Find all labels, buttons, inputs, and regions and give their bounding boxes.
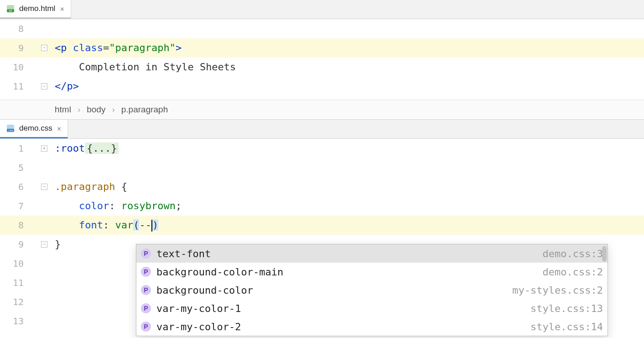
completion-label: text-font — [156, 248, 537, 259]
property-badge-icon: P — [141, 322, 151, 332]
css-tab-bar: CSS demo.css × — [0, 120, 644, 139]
code-line[interactable]: color: rosybrown; — [49, 196, 644, 216]
completion-location: demo.css:2 — [543, 266, 603, 278]
breadcrumb[interactable]: html › body › p.paragraph — [0, 100, 644, 120]
svg-text:H: H — [9, 9, 11, 12]
fold-marker-icon[interactable]: − — [41, 83, 47, 90]
completion-location: demo.css:3 — [543, 248, 603, 259]
line-number: 7 — [0, 196, 32, 216]
code-line[interactable]: Completion in Style Sheets — [49, 58, 644, 77]
html-editor[interactable]: 8 9 − <p class="paragraph"> 10 Completio… — [0, 19, 644, 100]
property-badge-icon: P — [141, 285, 151, 295]
breadcrumb-item[interactable]: html — [55, 105, 71, 115]
line-number: 8 — [0, 216, 32, 235]
completion-location: style.css:13 — [530, 303, 603, 314]
line-number: 5 — [0, 158, 32, 177]
completion-item[interactable]: P var-my-color-2 style.css:14 — [136, 317, 608, 336]
fold-expand-icon[interactable]: + — [41, 145, 47, 152]
completion-location: style.css:14 — [530, 321, 603, 333]
completion-item[interactable]: P background-color my-styles.css:2 — [136, 281, 608, 299]
fold-marker-icon[interactable]: − — [41, 241, 47, 248]
code-line[interactable]: :root{...} — [49, 139, 644, 158]
completion-label: var-my-color-2 — [156, 321, 525, 333]
html-file-icon: H — [6, 5, 15, 13]
completion-item[interactable]: P background-color-main demo.css:2 — [136, 263, 608, 281]
property-badge-icon: P — [141, 303, 151, 313]
code-line[interactable]: </p> — [49, 77, 644, 96]
property-badge-icon: P — [141, 248, 151, 259]
completion-label: var-my-color-1 — [156, 303, 525, 314]
scrollbar[interactable] — [602, 246, 607, 262]
line-number: 10 — [0, 58, 32, 77]
fold-marker-icon[interactable]: − — [41, 45, 47, 51]
breadcrumb-item[interactable]: body — [87, 105, 105, 115]
line-number: 13 — [0, 312, 32, 331]
tab-label: demo.html — [19, 4, 55, 13]
line-number: 6 — [0, 177, 32, 196]
line-number: 8 — [0, 19, 32, 38]
tab-demo-html[interactable]: H demo.html × — [0, 0, 71, 19]
line-number: 12 — [0, 292, 32, 312]
completion-item[interactable]: P text-font demo.css:3 — [136, 244, 608, 263]
tab-demo-css[interactable]: CSS demo.css × — [0, 120, 68, 138]
code-line[interactable]: .paragraph { — [49, 177, 644, 196]
code-line[interactable]: <p class="paragraph"> — [49, 38, 644, 58]
chevron-right-icon: › — [78, 105, 80, 115]
close-icon[interactable]: × — [57, 124, 62, 133]
property-badge-icon: P — [141, 267, 151, 277]
line-number: 9 — [0, 235, 32, 254]
breadcrumb-item[interactable]: p.paragraph — [121, 105, 168, 115]
line-number: 11 — [0, 273, 32, 292]
line-number: 11 — [0, 77, 32, 96]
css-file-icon: CSS — [6, 124, 15, 132]
line-number: 9 — [0, 38, 32, 58]
completion-item[interactable]: P var-my-color-1 style.css:13 — [136, 299, 608, 317]
completion-label: background-color — [156, 285, 507, 296]
completion-label: background-color-main — [156, 266, 537, 278]
fold-marker-icon[interactable]: − — [41, 184, 47, 190]
completion-location: my-styles.css:2 — [512, 285, 603, 296]
line-number: 10 — [0, 254, 32, 273]
completion-popup: P text-font demo.css:3 P background-colo… — [136, 244, 608, 336]
html-tab-bar: H demo.html × — [0, 0, 644, 19]
tab-label: demo.css — [19, 124, 52, 133]
svg-text:CSS: CSS — [8, 129, 13, 132]
chevron-right-icon: › — [112, 105, 114, 115]
code-line[interactable]: font: var(--) — [49, 216, 644, 235]
line-number: 1 — [0, 139, 32, 158]
close-icon[interactable]: × — [60, 5, 64, 13]
